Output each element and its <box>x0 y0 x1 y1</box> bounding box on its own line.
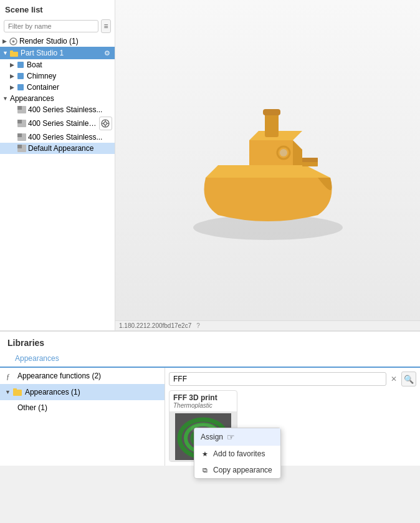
tree-item-label: Render Studio (1) <box>19 37 79 46</box>
tree-item-label: Chimney <box>27 72 56 80</box>
chevron-right-icon: ▶ <box>10 73 14 79</box>
svg-rect-9 <box>17 106 22 110</box>
context-menu: Assign ☞ ★ Add to favorites ⧉ Copy appea… <box>194 428 281 479</box>
svg-point-1 <box>12 40 14 42</box>
target-button[interactable] <box>99 117 112 130</box>
tree-item-label: Part Studio 1 <box>21 49 64 57</box>
search-button[interactable]: 🔍 <box>401 372 416 386</box>
tree-item-label: Appearances <box>10 94 54 103</box>
libraries-content: ƒ Appearance functions (2) ▼ Appearances… <box>0 368 420 466</box>
add-favorites-label: Add to favorites <box>213 449 265 458</box>
appearance-icon <box>17 133 26 142</box>
lib-item-functions[interactable]: ƒ Appearance functions (2) <box>0 368 165 384</box>
appearance-icon <box>17 119 26 128</box>
tab-bar: Appearances <box>0 350 420 368</box>
svg-rect-11 <box>17 120 22 123</box>
tree-item-chimney[interactable]: ▶ Chimney <box>0 70 115 82</box>
lib-item-appearances[interactable]: ▼ Appearances (1) <box>0 384 165 400</box>
viewport: 1.180.2212.200fbd17e2c7 ? <box>115 0 420 330</box>
list-view-button[interactable]: ≡ <box>101 19 111 33</box>
assign-label: Assign <box>201 433 223 441</box>
tree-item-boat[interactable]: ▶ Boat <box>0 59 115 70</box>
scene-panel-title: Scene list <box>0 0 115 17</box>
appearance-icon <box>17 105 26 114</box>
libraries-title: Libraries <box>0 332 420 350</box>
tree-item-render-studio[interactable]: ▶ Render Studio (1) <box>0 36 115 47</box>
tree-item-label: Default Appearance <box>28 144 93 153</box>
tree-item-default-appearance[interactable]: Default Appearance <box>0 143 115 154</box>
star-icon: ★ <box>201 449 209 458</box>
libraries-section: Libraries Appearances ƒ Appearance funct… <box>0 330 420 466</box>
part-icon <box>16 60 25 69</box>
settings-icon[interactable]: ⚙ <box>102 48 112 58</box>
tree-item-container[interactable]: ▶ Container <box>0 82 115 93</box>
part-icon <box>16 83 25 92</box>
tree-item-label: Boat <box>27 60 42 69</box>
tree-item-label: Container <box>27 83 59 92</box>
lib-right-panel: ✕ 🔍 FFF 3D print Thermoplastic <box>165 368 420 466</box>
appearance-icon <box>17 144 26 153</box>
tree-item-stainless-3[interactable]: 400 Series Stainless... <box>0 132 115 143</box>
svg-rect-31 <box>13 388 17 391</box>
render-icon <box>9 37 17 46</box>
folder-icon <box>10 49 19 57</box>
lib-item-other[interactable]: Other (1) <box>0 400 165 415</box>
chevron-right-icon: ▶ <box>10 62 14 68</box>
context-menu-add-favorites[interactable]: ★ Add to favorites <box>194 446 280 462</box>
result-card-subtitle: Thermoplastic <box>169 402 237 411</box>
svg-rect-19 <box>17 133 22 137</box>
appearances-folder-icon <box>12 387 22 397</box>
chevron-down-icon: ▼ <box>2 95 8 102</box>
svg-point-26 <box>280 149 287 156</box>
tree-item-stainless-2[interactable]: 400 Series Stainless... <box>0 115 115 132</box>
svg-rect-23 <box>265 112 279 137</box>
chevron-right-icon: ▶ <box>2 38 7 44</box>
tab-appearances[interactable]: Appearances <box>7 350 67 368</box>
chevron-down-icon: ▼ <box>5 389 11 395</box>
svg-rect-21 <box>17 145 22 148</box>
result-area: FFF 3D print Thermoplastic <box>169 390 416 462</box>
tree-item-label: 400 Series Stainless... <box>28 133 102 142</box>
svg-rect-28 <box>302 158 318 162</box>
tree-item-stainless-1[interactable]: 400 Series Stainless... <box>0 104 115 115</box>
filter-row: ≡ <box>0 17 115 36</box>
tree-item-label: 400 Series Stainless... <box>28 105 102 114</box>
version-text: 1.180.2212.200fbd17e2c7 <box>119 322 191 329</box>
svg-rect-5 <box>17 62 24 68</box>
search-input[interactable] <box>169 372 386 386</box>
result-card-title: FFF 3D print <box>169 391 237 402</box>
lib-item-label: Appearance functions (2) <box>17 372 101 380</box>
context-menu-copy[interactable]: ⧉ Copy appearance <box>194 462 280 478</box>
lib-left-panel: ƒ Appearance functions (2) ▼ Appearances… <box>0 368 165 466</box>
svg-rect-4 <box>10 50 13 52</box>
filter-input[interactable] <box>4 20 98 32</box>
context-menu-assign[interactable]: Assign ☞ <box>194 428 280 446</box>
svg-rect-24 <box>263 109 280 115</box>
lib-item-label: Appearances (1) <box>25 388 80 396</box>
svg-text:ƒ: ƒ <box>6 372 10 380</box>
tree-item-label: 400 Series Stainless... <box>28 119 99 128</box>
copy-icon: ⧉ <box>201 466 209 474</box>
lib-item-label: Other (1) <box>17 403 47 412</box>
part-icon <box>16 72 25 80</box>
svg-rect-7 <box>17 84 24 90</box>
search-row: ✕ 🔍 <box>169 372 416 386</box>
cursor-icon: ☞ <box>227 432 235 442</box>
version-bar: 1.180.2212.200fbd17e2c7 ? <box>115 320 420 330</box>
svg-rect-6 <box>17 73 24 79</box>
scene-panel: Scene list ≡ ▶ Render Studio (1) ▼ <box>0 0 115 330</box>
copy-appearance-label: Copy appearance <box>213 466 272 474</box>
svg-point-13 <box>104 122 107 125</box>
boat-3d-model <box>168 72 368 259</box>
help-icon[interactable]: ? <box>196 322 200 329</box>
function-icon: ƒ <box>5 371 15 381</box>
tree-item-part-studio[interactable]: ▼ Part Studio 1 ⚙ <box>0 47 115 59</box>
search-clear-button[interactable]: ✕ <box>389 374 399 384</box>
chevron-right-icon: ▶ <box>10 84 14 90</box>
tree-item-appearances-header[interactable]: ▼ Appearances <box>0 93 115 104</box>
chevron-down-icon: ▼ <box>2 50 8 56</box>
